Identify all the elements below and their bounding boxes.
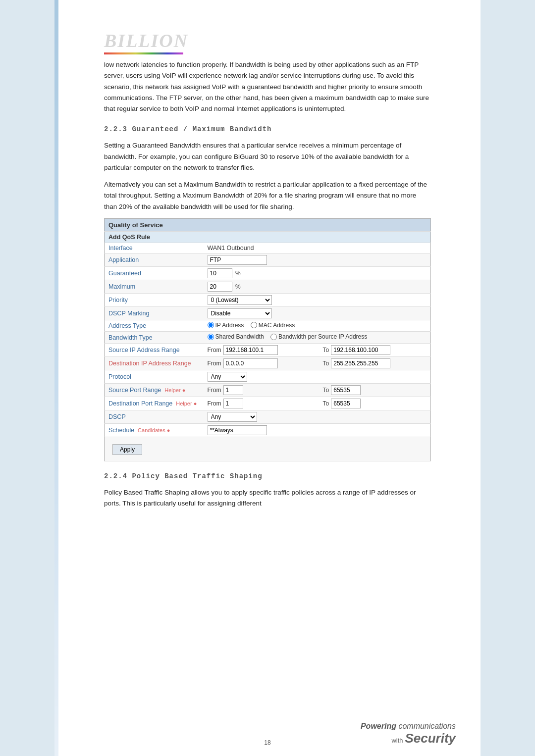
dest-ip-label: Destination IP Address Range [105,356,204,370]
dest-ip-to-cell: To [319,356,431,370]
brand-footer: Powering communications with Security [361,722,456,746]
source-port-label: Source Port Range Helper ● [105,383,204,397]
table-row: Destination Port Range Helper ● From To [105,397,431,410]
guaranteed-paragraph: Setting a Guaranteed Bandwidth ensures t… [104,140,431,173]
dest-ip-from-cell: From [204,356,319,370]
dest-ip-from-input[interactable] [223,358,278,368]
guaranteed-label: Guaranteed [105,266,204,280]
priority-cell: 0 (Lowest) 1 2 3 4 5 6 7 (Highest) [204,293,431,306]
apply-cell: Apply [105,437,431,461]
source-ip-label: Source IP Address Range [105,343,204,356]
source-port-helper[interactable]: Helper ● [164,387,185,393]
source-port-from-input[interactable] [223,385,243,395]
brand-powering-text: Powering communications [361,722,456,730]
brand-with-text: with [391,737,403,744]
dscp-cell: Any [204,410,431,423]
dest-port-helper[interactable]: Helper ● [176,401,197,406]
source-port-from-cell: From [204,383,319,397]
table-row: Source Port Range Helper ● From To [105,383,431,397]
source-port-from-label: From [208,387,221,394]
section-223-heading: 2.2.3 Guaranteed / Maximum Bandwidth [104,125,431,133]
dest-port-to-cell: To [319,397,431,410]
ip-address-radio[interactable] [208,322,214,328]
source-ip-from-cell: From [204,343,319,356]
maximum-input[interactable] [208,282,232,292]
source-port-to-cell: To [319,383,431,397]
qos-add-rule-title: Add QoS Rule [105,231,431,243]
guaranteed-input[interactable] [208,268,232,278]
protocol-cell: Any TCP UDP [204,370,431,383]
maximum-unit: % [235,283,241,290]
dest-port-to-input[interactable] [331,399,361,408]
table-row: Application [105,253,431,266]
protocol-select[interactable]: Any TCP UDP [208,372,247,382]
dest-ip-from-label: From [208,360,221,367]
bandwidth-type-label: Bandwidth Type [105,332,204,344]
apply-row: Apply [105,437,431,461]
source-ip-from-input[interactable] [223,345,278,355]
mac-address-radio-label[interactable]: MAC Address [251,322,295,329]
interface-label: Interface [105,243,204,253]
brand-security-line: with Security [361,731,456,746]
dscp-marking-select[interactable]: Disable Enable [208,308,272,318]
source-ip-to-cell: To [319,343,431,356]
dest-ip-to-input[interactable] [331,358,390,368]
table-row: Priority 0 (Lowest) 1 2 3 4 5 6 7 (Highe… [105,293,431,306]
interface-value: WAN1 Outbound [204,243,431,253]
protocol-label: Protocol [105,370,204,383]
logo-bar [104,52,183,54]
left-accent-bar [54,0,58,756]
source-port-to-input[interactable] [331,385,361,395]
mac-address-radio[interactable] [251,322,257,328]
dscp-label: DSCP [105,410,204,423]
ip-address-radio-label[interactable]: IP Address [208,322,244,329]
source-ip-to-label: To [323,347,329,353]
application-input[interactable] [208,255,267,265]
address-type-label: Address Type [105,320,204,332]
guaranteed-unit: % [235,270,241,277]
source-ip-from-label: From [208,347,221,353]
dscp-marking-label: DSCP Marking [105,306,204,320]
priority-select[interactable]: 0 (Lowest) 1 2 3 4 5 6 7 (Highest) [208,295,272,305]
section-224-text: Policy Based Traffic Shaping allows you … [104,487,431,509]
brand-security-text: Security [405,731,456,746]
application-cell [204,253,431,266]
logo-text: BILLION [104,30,431,51]
table-row: Destination IP Address Range From To [105,356,431,370]
dest-port-to-label: To [323,400,329,407]
per-source-radio[interactable] [270,334,277,340]
dest-ip-to-label: To [323,360,329,367]
section-224-heading: 2.2.4 Policy Based Traffic Shaping [104,472,431,480]
alternatively-paragraph: Alternatively you can set a Maximum Band… [104,179,431,212]
table-row: Interface WAN1 Outbound [105,243,431,253]
bandwidth-type-cell: Shared Bandwidth Bandwidth per Source IP… [204,332,431,344]
source-ip-to-input[interactable] [331,345,390,355]
intro-paragraph: low network latencies to function proper… [104,59,431,114]
apply-button[interactable]: Apply [112,444,142,455]
table-row: Protocol Any TCP UDP [105,370,431,383]
qos-table-title: Quality of Service [105,218,431,231]
schedule-cell [204,423,431,437]
dest-port-from-input[interactable] [223,399,243,408]
priority-label: Priority [105,293,204,306]
source-port-to-label: To [323,387,329,394]
shared-bandwidth-radio-label[interactable]: Shared Bandwidth [208,333,264,340]
guaranteed-cell: % [204,266,431,280]
table-row: Maximum % [105,280,431,293]
per-source-radio-label[interactable]: Bandwidth per Source IP Address [270,333,367,340]
schedule-input[interactable] [208,425,267,435]
table-row: DSCP Marking Disable Enable [105,306,431,320]
dscp-select[interactable]: Any [208,412,257,422]
dest-port-label: Destination Port Range Helper ● [105,397,204,410]
table-row: Guaranteed % [105,266,431,280]
dscp-marking-cell: Disable Enable [204,306,431,320]
schedule-candidates[interactable]: Candidates ● [138,427,170,433]
application-label: Application [105,253,204,266]
table-row: Bandwidth Type Shared Bandwidth Bandwidt… [105,332,431,344]
brand-powering-line: Powering communications [361,722,456,731]
table-row: Address Type IP Address MAC Address [105,320,431,332]
shared-bandwidth-radio[interactable] [208,334,214,340]
table-row: DSCP Any [105,410,431,423]
dest-port-from-label: From [208,400,221,407]
table-row: Schedule Candidates ● [105,423,431,437]
